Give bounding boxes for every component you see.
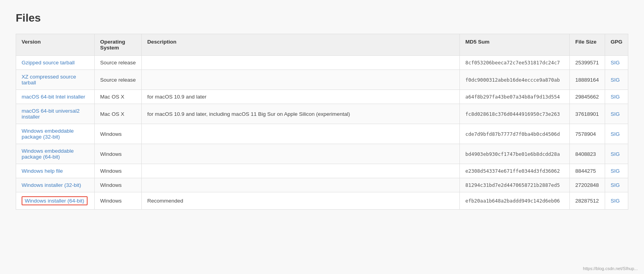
cell-md5: bd4903eb930cf1747be01e6b8dcdd28a [459,144,569,164]
cell-os: Windows [95,164,142,178]
page-title: Files [16,12,628,24]
sig-link[interactable]: SIG [611,168,620,174]
table-row: XZ compressed source tarballSource relea… [16,70,628,90]
table-row: macOS 64-bit universal2 installerMac OS … [16,104,628,124]
cell-os: Mac OS X [95,104,142,124]
table-row: Windows embeddable package (64-bit)Windo… [16,144,628,164]
cell-description [142,144,460,164]
cell-version: Windows embeddable package (32-bit) [16,124,95,144]
cell-gpg: SIG [605,164,628,178]
cell-version: macOS 64-bit Intel installer [16,90,95,104]
cell-os: Source release [95,56,142,70]
cell-gpg: SIG [605,90,628,104]
version-link[interactable]: Windows embeddable package (64-bit) [22,148,74,160]
table-row: Windows installer (64-bit)WindowsRecomme… [16,192,628,210]
cell-filesize: 7578904 [569,124,605,144]
cell-os: Windows [95,192,142,210]
cell-gpg: SIG [605,104,628,124]
sig-link[interactable]: SIG [611,94,620,100]
sig-link[interactable]: SIG [611,77,620,83]
cell-filesize: 27202848 [569,178,605,192]
version-link[interactable]: Windows help file [22,168,63,174]
table-row: Windows embeddable package (32-bit)Windo… [16,124,628,144]
table-row: macOS 64-bit Intel installerMac OS Xfor … [16,90,628,104]
cell-gpg: SIG [605,144,628,164]
cell-os: Windows [95,124,142,144]
table-row: Windows installer (32-bit)Windows81294c3… [16,178,628,192]
cell-gpg: SIG [605,56,628,70]
version-link[interactable]: Windows installer (32-bit) [22,182,81,188]
col-header-md5: MD5 Sum [459,34,569,56]
cell-description [142,70,460,90]
sig-link[interactable]: SIG [611,131,620,137]
sig-link[interactable]: SIG [611,60,620,66]
col-header-gpg: GPG [605,34,628,56]
sig-link[interactable]: SIG [611,198,620,204]
table-header-row: Version Operating System Description MD5… [16,34,628,56]
cell-version: Gzipped source tarball [16,56,95,70]
cell-md5: efb20aa1b648a2baddd949c142d6eb06 [459,192,569,210]
cell-gpg: SIG [605,124,628,144]
cell-filesize: 37618901 [569,104,605,124]
cell-filesize: 25399571 [569,56,605,70]
version-link[interactable]: Windows embeddable package (32-bit) [22,128,74,140]
version-link[interactable]: macOS 64-bit Intel installer [22,94,85,100]
cell-description [142,124,460,144]
cell-description [142,164,460,178]
cell-os: Windows [95,178,142,192]
cell-description: for macOS 10.9 and later [142,90,460,104]
cell-description: for macOS 10.9 and later, including macO… [142,104,460,124]
cell-version: macOS 64-bit universal2 installer [16,104,95,124]
cell-version: Windows help file [16,164,95,178]
cell-md5: e2308d543374e671ffe0344d3fd36062 [459,164,569,178]
files-table: Version Operating System Description MD5… [16,34,628,210]
cell-version: Windows embeddable package (64-bit) [16,144,95,164]
version-link[interactable]: macOS 64-bit universal2 installer [22,108,80,120]
cell-md5: a64f8b297fa43be07a34b8af9d13d554 [459,90,569,104]
cell-gpg: SIG [605,70,628,90]
cell-filesize: 28287512 [569,192,605,210]
cell-os: Mac OS X [95,90,142,104]
sig-link[interactable]: SIG [611,111,620,117]
cell-description: Recommended [142,192,460,210]
version-link[interactable]: Windows installer (64-bit) [25,198,84,204]
cell-description [142,56,460,70]
cell-os: Windows [95,144,142,164]
cell-md5: f0dc9000312abeb16de4eccce9a870ab [459,70,569,90]
cell-md5: fc8d028618c376d0444916950c73e263 [459,104,569,124]
table-row: Gzipped source tarballSource release8cf0… [16,56,628,70]
sig-link[interactable]: SIG [611,182,620,188]
cell-version: XZ compressed source tarball [16,70,95,90]
cell-description [142,178,460,192]
table-row: Windows help fileWindowse2308d543374e671… [16,164,628,178]
cell-gpg: SIG [605,192,628,210]
cell-os: Source release [95,70,142,90]
cell-filesize: 18889164 [569,70,605,90]
col-header-version: Version [16,34,95,56]
col-header-os: Operating System [95,34,142,56]
cell-version: Windows installer (64-bit) [16,192,95,210]
col-header-filesize: File Size [569,34,605,56]
cell-filesize: 8844275 [569,164,605,178]
cell-filesize: 8408823 [569,144,605,164]
cell-filesize: 29845662 [569,90,605,104]
version-link[interactable]: XZ compressed source tarball [22,74,76,86]
cell-gpg: SIG [605,178,628,192]
version-link[interactable]: Gzipped source tarball [22,60,75,66]
cell-md5: 8cf053206beeca72c7ee531817dc24c7 [459,56,569,70]
cell-md5: 81294c31bd7e2d4470658721b2887ed5 [459,178,569,192]
col-header-description: Description [142,34,460,56]
cell-version: Windows installer (32-bit) [16,178,95,192]
cell-md5: cde7d9bfd87b7777d7f0ba4b0cd4506d [459,124,569,144]
sig-link[interactable]: SIG [611,151,620,157]
